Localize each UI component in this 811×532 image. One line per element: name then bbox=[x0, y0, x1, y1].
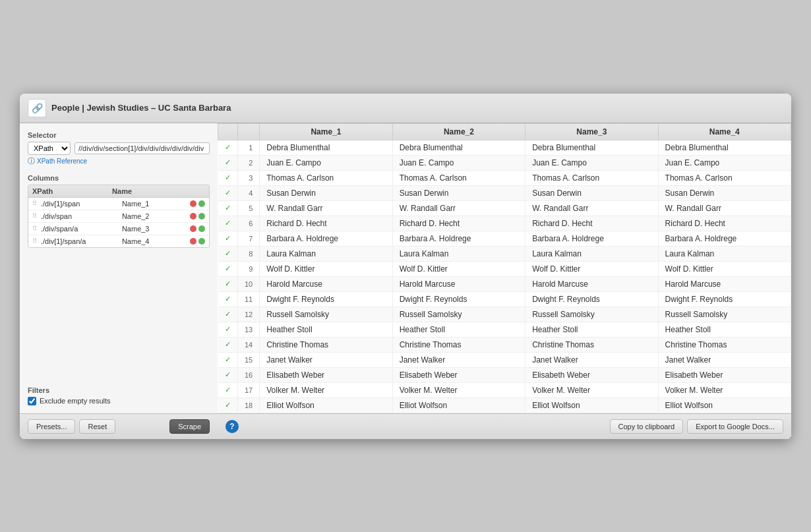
row-name4: Thomas A. Carlson bbox=[658, 170, 791, 185]
col-row-2-delete-btn[interactable] bbox=[190, 213, 196, 220]
col-header-num bbox=[238, 123, 260, 140]
col-row-1-xpath: ./div[1]/span bbox=[41, 200, 119, 208]
row-number: 4 bbox=[238, 185, 260, 200]
table-container[interactable]: Name_1 Name_2 Name_3 Name_4 ✓ 1 Debra Bl… bbox=[218, 123, 791, 413]
table-row: ✓ 17 Volker M. Welter Volker M. Welter V… bbox=[218, 382, 791, 398]
col-row-1-name: Name_1 bbox=[122, 200, 187, 208]
row-checkmark: ✓ bbox=[218, 261, 238, 276]
col-header-xpath: XPath bbox=[32, 187, 112, 195]
row-checkmark: ✓ bbox=[218, 322, 238, 337]
row-name3: Harold Marcuse bbox=[526, 276, 658, 291]
row-name4: Russell Samolsky bbox=[658, 307, 791, 322]
row-name4: Heather Stoll bbox=[658, 322, 791, 337]
row-number: 16 bbox=[238, 367, 260, 382]
row-name4: Wolf D. Kittler bbox=[658, 261, 791, 276]
row-name4: Dwight F. Reynolds bbox=[658, 291, 791, 307]
selector-type-dropdown[interactable]: XPath CSS Regex bbox=[28, 142, 71, 155]
col-row-4-name: Name_4 bbox=[122, 237, 187, 245]
drag-handle-icon[interactable]: ⠿ bbox=[32, 237, 37, 245]
row-name2: Dwight F. Reynolds bbox=[392, 291, 525, 307]
row-name3: Wolf D. Kittler bbox=[526, 261, 658, 276]
column-row-3: ⠿ ./div/span/a Name_3 bbox=[28, 223, 209, 235]
row-number: 9 bbox=[238, 261, 260, 276]
row-name1: Russell Samolsky bbox=[260, 307, 392, 322]
reset-button[interactable]: Reset bbox=[79, 419, 115, 434]
col-row-3-delete-btn[interactable] bbox=[190, 225, 196, 232]
xpath-reference-link[interactable]: XPath Reference bbox=[28, 156, 210, 166]
title-bar: 🔗 People | Jewish Studies – UC Santa Bar… bbox=[20, 94, 791, 123]
selector-row: XPath CSS Regex bbox=[28, 142, 210, 155]
row-checkmark: ✓ bbox=[218, 382, 238, 398]
row-name3: Russell Samolsky bbox=[526, 307, 658, 322]
filters-section: Filters Exclude empty results bbox=[28, 386, 210, 405]
row-number: 15 bbox=[238, 352, 260, 367]
col-row-2-add-btn[interactable] bbox=[198, 213, 205, 220]
drag-handle-icon[interactable]: ⠿ bbox=[32, 225, 37, 232]
col-header-name1: Name_1 bbox=[260, 123, 392, 140]
exclude-empty-checkbox[interactable] bbox=[28, 397, 36, 405]
row-name1: W. Randall Garr bbox=[260, 200, 392, 216]
row-name4: Christine Thomas bbox=[658, 337, 791, 352]
col-row-1-delete-btn[interactable] bbox=[190, 200, 196, 207]
row-number: 3 bbox=[238, 170, 260, 185]
row-name1: Barbara A. Holdrege bbox=[260, 231, 392, 246]
col-header-name2: Name_2 bbox=[392, 123, 525, 140]
drag-handle-icon[interactable]: ⠿ bbox=[32, 200, 37, 207]
drag-handle-icon[interactable]: ⠿ bbox=[32, 212, 37, 220]
row-name4: Richard D. Hecht bbox=[658, 216, 791, 231]
row-name1: Elisabeth Weber bbox=[260, 367, 392, 382]
row-name3: Dwight F. Reynolds bbox=[526, 291, 658, 307]
copy-to-clipboard-button[interactable]: Copy to clipboard bbox=[610, 419, 684, 434]
scrape-button[interactable]: Scrape bbox=[169, 419, 210, 434]
table-row: ✓ 14 Christine Thomas Christine Thomas C… bbox=[218, 337, 791, 352]
column-row-4: ⠿ ./div[1]/span/a Name_4 bbox=[28, 235, 209, 247]
row-name2: Laura Kalman bbox=[392, 246, 525, 261]
row-checkmark: ✓ bbox=[218, 291, 238, 307]
row-name2: Susan Derwin bbox=[392, 185, 525, 200]
col-header-name4: Name_4 bbox=[658, 123, 791, 140]
right-action-buttons: Copy to clipboard Export to Google Docs.… bbox=[610, 419, 783, 434]
row-name3: Elliot Wolfson bbox=[526, 398, 658, 413]
bottom-bar-left: Presets... Reset Scrape bbox=[20, 413, 218, 439]
col-header-actions bbox=[179, 187, 205, 195]
col-row-4-delete-btn[interactable] bbox=[190, 238, 196, 245]
row-name1: Debra Blumenthal bbox=[260, 140, 392, 155]
row-checkmark: ✓ bbox=[218, 398, 238, 413]
table-row: ✓ 5 W. Randall Garr W. Randall Garr W. R… bbox=[218, 200, 791, 216]
row-name2: Russell Samolsky bbox=[392, 307, 525, 322]
export-google-docs-button[interactable]: Export to Google Docs... bbox=[687, 419, 783, 434]
row-name4: W. Randall Garr bbox=[658, 200, 791, 216]
columns-table: XPath Name ⠿ ./div[1]/span Name_1 bbox=[28, 185, 210, 248]
col-row-4-add-btn[interactable] bbox=[198, 238, 205, 245]
selector-value-input[interactable] bbox=[75, 142, 210, 154]
row-checkmark: ✓ bbox=[218, 140, 238, 155]
row-checkmark: ✓ bbox=[218, 276, 238, 291]
row-name2: Richard D. Hecht bbox=[392, 216, 525, 231]
row-name1: Volker M. Welter bbox=[260, 382, 392, 398]
row-name3: Richard D. Hecht bbox=[526, 216, 658, 231]
help-button[interactable]: ? bbox=[225, 420, 239, 433]
col-row-1-add-btn[interactable] bbox=[198, 200, 205, 207]
row-number: 8 bbox=[238, 246, 260, 261]
row-name4: Janet Walker bbox=[658, 352, 791, 367]
row-name2: Elisabeth Weber bbox=[392, 367, 525, 382]
col-row-3-name: Name_3 bbox=[122, 225, 187, 233]
table-row: ✓ 4 Susan Derwin Susan Derwin Susan Derw… bbox=[218, 185, 791, 200]
row-name3: Barbara A. Holdrege bbox=[526, 231, 658, 246]
row-checkmark: ✓ bbox=[218, 337, 238, 352]
results-table: Name_1 Name_2 Name_3 Name_4 ✓ 1 Debra Bl… bbox=[218, 123, 791, 413]
row-checkmark: ✓ bbox=[218, 231, 238, 246]
presets-button[interactable]: Presets... bbox=[28, 419, 75, 434]
row-name3: Volker M. Welter bbox=[526, 382, 658, 398]
row-number: 12 bbox=[238, 307, 260, 322]
row-name2: W. Randall Garr bbox=[392, 200, 525, 216]
row-name4: Laura Kalman bbox=[658, 246, 791, 261]
scrape-button-wrapper: Scrape bbox=[169, 419, 210, 434]
table-row: ✓ 15 Janet Walker Janet Walker Janet Wal… bbox=[218, 352, 791, 367]
exclude-empty-label: Exclude empty results bbox=[40, 397, 111, 405]
table-row: ✓ 3 Thomas A. Carlson Thomas A. Carlson … bbox=[218, 170, 791, 185]
col-row-3-add-btn[interactable] bbox=[198, 225, 205, 232]
row-name3: Thomas A. Carlson bbox=[526, 170, 658, 185]
row-name4: Susan Derwin bbox=[658, 185, 791, 200]
row-number: 7 bbox=[238, 231, 260, 246]
